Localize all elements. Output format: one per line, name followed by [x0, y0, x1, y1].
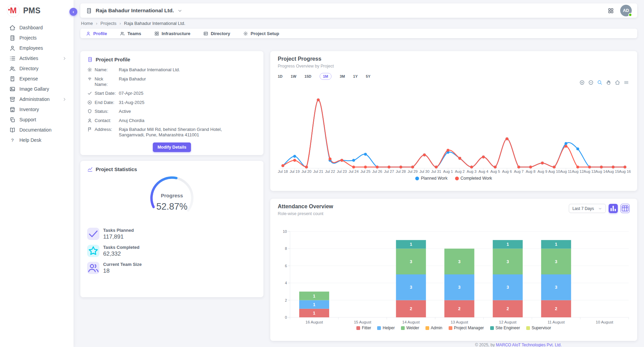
progress-gauge: Progress 52.87%	[143, 174, 201, 218]
tabs-bar: ProfileTeamsInfrastructureDirectoryProje…	[80, 29, 637, 38]
svg-text:0: 0	[285, 315, 287, 319]
shield-icon	[87, 109, 92, 114]
profile-card-title-row: Project Profile	[87, 57, 257, 62]
sidebar-item-inventory[interactable]: Inventory	[0, 104, 74, 115]
breadcrumb-item[interactable]: Projects	[100, 21, 116, 26]
sidebar-item-directory[interactable]: Directory	[0, 63, 74, 74]
legend-item-project-manager[interactable]: Project Manager	[449, 326, 484, 330]
sidebar-item-documentation[interactable]: Documentation	[0, 125, 74, 135]
home-icon[interactable]	[615, 80, 620, 85]
sidebar-item-administration[interactable]: Administration	[0, 94, 74, 104]
range-button-1y[interactable]: 1Y	[353, 73, 357, 79]
svg-text:8: 8	[285, 246, 287, 251]
svg-text:4: 4	[285, 281, 287, 285]
field-value: Active	[119, 109, 131, 114]
tab-teams[interactable]: Teams	[120, 29, 141, 38]
profile-field-nick-name: Nick Name:Raja Bahadur	[87, 76, 257, 87]
legend-dot	[415, 177, 419, 180]
zoom-out-icon[interactable]	[588, 80, 594, 85]
sidebar-item-projects[interactable]: Projects	[0, 33, 74, 43]
sidebar-item-employees[interactable]: Employees	[0, 43, 74, 53]
gear-icon	[243, 31, 248, 36]
profile-field-start-date: Start Date:07-Apr-2025	[87, 91, 257, 96]
svg-text:Aug 16: Aug 16	[619, 169, 631, 174]
range-button-1w[interactable]: 1W	[291, 73, 296, 79]
bar-chart-legend: FitterHelperWelderAdminProject ManagerSi…	[278, 326, 630, 330]
chevron-down-icon	[177, 8, 182, 13]
project-progress-card: Project Progress Progress Overview by Pr…	[270, 51, 637, 191]
sidebar-item-label: Activities	[19, 56, 62, 61]
range-button-15d[interactable]: 15D	[305, 73, 311, 79]
sidebar-item-help-desk[interactable]: ?Help Desk	[0, 135, 74, 145]
zoom-in-icon[interactable]	[579, 80, 585, 85]
range-button-5y[interactable]: 5Y	[366, 73, 370, 79]
top-header-bar: Raja Bahadur International Ltd. AD	[80, 3, 637, 18]
breadcrumb-item[interactable]: Home	[81, 21, 93, 26]
avatar[interactable]: AD	[620, 5, 632, 16]
svg-text:Aug 13: Aug 13	[584, 169, 596, 174]
apps-grid-icon[interactable]	[608, 7, 614, 14]
attendance-overview-card: Attendance Overview Role-wise present co…	[270, 199, 637, 341]
sidebar-item-expense[interactable]: Expense	[0, 74, 74, 84]
legend-item-supervisor[interactable]: Supervisor	[526, 326, 551, 330]
line-chart: Jul 18Jul 19Jul 20Jul 21Jul 22Jul 23Jul …	[278, 89, 630, 175]
list-icon	[9, 55, 16, 62]
tab-project-setup[interactable]: Project Setup	[243, 29, 279, 38]
gear-icon	[87, 67, 92, 72]
field-label: Nick Name:	[95, 76, 116, 87]
svg-text:Jul 27: Jul 27	[384, 169, 394, 174]
svg-text:Jul 29: Jul 29	[408, 169, 418, 174]
legend-item-completed-work[interactable]: Completed Work	[455, 176, 492, 181]
stat-tasks-planned: Tasks Planned117,891	[87, 227, 257, 240]
tab-infrastructure[interactable]: Infrastructure	[154, 29, 191, 38]
image-icon	[9, 86, 16, 92]
date-range-select-value: Last 7 Days	[573, 206, 594, 211]
tab-profile[interactable]: Profile	[86, 29, 107, 38]
range-button-3m[interactable]: 3M	[340, 73, 345, 79]
legend-item-site-engineer[interactable]: Site Engineer	[490, 326, 520, 330]
company-name: Raja Bahadur International Ltd.	[96, 7, 174, 14]
field-label: Status:	[95, 109, 116, 114]
company-selector[interactable]: Raja Bahadur International Ltd.	[86, 7, 182, 14]
sidebar-nav: DashboardProjectsEmployeesActivitiesDire…	[0, 22, 74, 145]
copy-icon	[9, 117, 16, 123]
sidebar-item-label: Help Desk	[19, 137, 67, 143]
table-icon	[621, 204, 629, 213]
magnifier-icon[interactable]	[597, 80, 602, 85]
svg-text:Aug 9: Aug 9	[537, 169, 547, 174]
modify-details-button[interactable]: Modify Details	[153, 142, 191, 152]
hand-icon[interactable]	[606, 80, 611, 85]
brand[interactable]: M PMS	[0, 0, 74, 20]
footer-company-link[interactable]: MARCO AIoT Technologies Pvt. Ltd.	[496, 343, 562, 347]
svg-text:Aug 3: Aug 3	[467, 169, 477, 174]
legend-item-planned-work[interactable]: Planned Work	[415, 176, 447, 181]
stat-label: Tasks Planned	[103, 228, 134, 233]
breadcrumb: Home›Projects›Raja Bahadur International…	[81, 21, 637, 26]
legend-item-helper[interactable]: Helper	[377, 326, 395, 330]
range-button-1d[interactable]: 1D	[278, 73, 283, 79]
table-view-button[interactable]	[621, 204, 630, 213]
receipt-icon	[9, 76, 16, 82]
flag-icon	[87, 127, 92, 132]
sidebar-item-image-gallary[interactable]: Image Gallary	[0, 84, 74, 94]
main-area: Raja Bahadur International Ltd. AD Home›…	[74, 0, 644, 347]
sidebar-item-activities[interactable]: Activities	[0, 53, 74, 63]
svg-text:Jul 19: Jul 19	[290, 169, 300, 174]
profile-field-status: Status:Active	[87, 109, 257, 114]
legend-item-welder[interactable]: Welder	[401, 326, 419, 330]
menu-icon[interactable]	[624, 80, 629, 85]
range-button-1m[interactable]: 1M	[320, 73, 332, 80]
svg-text:Aug 2: Aug 2	[455, 169, 465, 174]
chart-view-button[interactable]	[609, 204, 618, 213]
date-range-select[interactable]: Last 7 Days	[569, 204, 606, 213]
sidebar-item-support[interactable]: Support	[0, 115, 74, 125]
sidebar-item-label: Projects	[19, 35, 67, 41]
svg-text:Aug 10: Aug 10	[548, 169, 560, 174]
legend-item-admin[interactable]: Admin	[425, 326, 442, 330]
sidebar-item-dashboard[interactable]: Dashboard	[0, 22, 74, 33]
tab-directory[interactable]: Directory	[203, 29, 230, 38]
sidebar-collapse-button[interactable]: ‹	[69, 8, 77, 16]
field-value: Raja Bahadur Mill Rd, behind Sheraton Gr…	[119, 127, 244, 138]
legend-item-fitter[interactable]: Fitter	[356, 326, 371, 330]
chevron-down-icon	[598, 207, 602, 211]
